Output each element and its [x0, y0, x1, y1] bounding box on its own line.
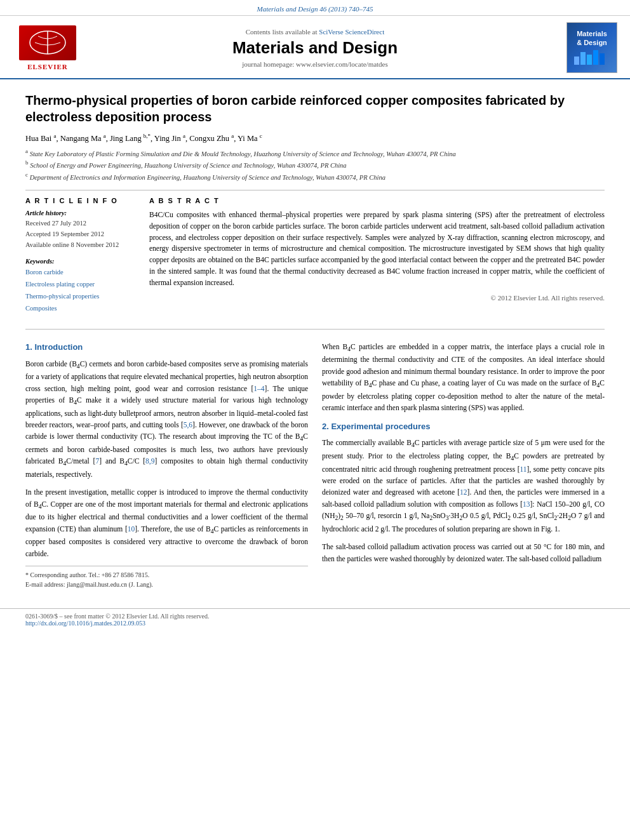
email-footnote: E-mail address: jlang@mail.hust.edu.cn (… [25, 580, 308, 589]
intro-right-para-1: When B4C particles are embedded in a cop… [322, 341, 605, 414]
footnote-area: * Corresponding author. Tel.: +86 27 858… [25, 566, 308, 589]
intro-heading: 1. Introduction [25, 341, 308, 354]
sciverse-line: Contents lists available at SciVerse Sci… [83, 28, 547, 36]
journal-header-right: Materials& Design [547, 22, 617, 73]
affil-a: a State Key Laboratory of Plastic Formin… [25, 147, 605, 159]
elsevier-logo-box [19, 25, 76, 60]
ref-13[interactable]: 13 [523, 500, 530, 508]
keyword-1: Boron carbide [25, 267, 137, 279]
divider-after-affiliations [25, 190, 605, 190]
svg-rect-3 [580, 52, 586, 65]
abstract-column: A B S T R A C T B4C/Cu composites with e… [149, 197, 605, 323]
intro-para-1: Boron carbide (B4C) cermets and boron ca… [25, 358, 308, 481]
article-history-label: Article history: [25, 210, 137, 217]
footer-issn: 0261-3069/$ – see front matter © 2012 El… [25, 613, 605, 620]
journal-title-main: Materials and Design [83, 38, 547, 58]
copyright-line: © 2012 Elsevier Ltd. All rights reserved… [149, 294, 605, 302]
corresponding-footnote: * Corresponding author. Tel.: +86 27 858… [25, 570, 308, 580]
elsevier-logo: ELSEVIER [13, 25, 83, 70]
experimental-para-2: The salt-based colloid palladium activat… [322, 541, 605, 564]
article-info-heading: A R T I C L E I N F O [25, 197, 137, 204]
ref-10[interactable]: 10 [128, 525, 135, 533]
ref-1-4[interactable]: 1–4 [253, 385, 264, 392]
keywords-section: Keywords: Boron carbide Electroless plat… [25, 258, 137, 315]
journal-header: ELSEVIER Contents lists available at Sci… [0, 16, 630, 79]
svg-rect-6 [600, 53, 605, 65]
article-history-section: Article history: Received 27 July 2012 A… [25, 210, 137, 250]
page-wrapper: Materials and Design 46 (2013) 740–745 E… [0, 0, 630, 630]
article-title: Thermo-physical properties of boron carb… [25, 92, 605, 125]
main-content: 1. Introduction Boron carbide (B4C) cerm… [25, 341, 605, 589]
affil-b: b School of Energy and Power Engineering… [25, 159, 605, 170]
affiliations: a State Key Laboratory of Plastic Formin… [25, 147, 605, 182]
svg-rect-2 [574, 57, 579, 65]
main-col-left: 1. Introduction Boron carbide (B4C) cerm… [25, 341, 308, 589]
article-info-column: A R T I C L E I N F O Article history: R… [25, 197, 137, 323]
available-date: Available online 8 November 2012 [25, 240, 137, 251]
ref-7[interactable]: 7 [95, 457, 99, 465]
journal-header-left: ELSEVIER [13, 25, 83, 70]
experimental-para-1: The commercially available B4C particles… [322, 437, 605, 535]
intro-para-2: In the present investigation, metallic c… [25, 486, 308, 559]
journal-top-bar: Materials and Design 46 (2013) 740–745 [0, 0, 630, 16]
main-two-columns: 1. Introduction Boron carbide (B4C) cerm… [25, 341, 605, 589]
divider-after-abstract [25, 329, 605, 330]
keywords-list: Boron carbide Electroless plating copper… [25, 267, 137, 315]
journal-cover: Materials& Design [566, 22, 617, 73]
article-info-abstract-columns: A R T I C L E I N F O Article history: R… [25, 197, 605, 323]
sciverse-link[interactable]: SciVerse ScienceDirect [319, 28, 384, 36]
svg-rect-4 [587, 55, 592, 65]
svg-rect-5 [593, 50, 598, 65]
affil-c: c Department of Electronics and Informat… [25, 171, 605, 182]
abstract-heading: A B S T R A C T [149, 197, 605, 204]
keyword-4: Composites [25, 303, 137, 315]
keywords-label: Keywords: [25, 258, 137, 265]
ref-8-9[interactable]: 8,9 [145, 457, 154, 465]
ref-12[interactable]: 12 [460, 488, 467, 496]
article-body: Thermo-physical properties of boron carb… [0, 79, 630, 608]
journal-header-center: Contents lists available at SciVerse Sci… [83, 28, 547, 68]
received-date: Received 27 July 2012 [25, 218, 137, 229]
page-footer: 0261-3069/$ – see front matter © 2012 El… [0, 608, 630, 630]
journal-ref: Materials and Design 46 (2013) 740–745 [257, 5, 373, 13]
journal-cover-text: Materials& Design [577, 29, 607, 48]
journal-cover-graphic [573, 47, 611, 66]
experimental-heading: 2. Experimental procedures [322, 420, 605, 434]
keyword-2: Electroless plating copper [25, 279, 137, 291]
elsevier-wordmark: ELSEVIER [27, 63, 68, 70]
abstract-text: B4C/Cu composites with enhanced thermal–… [149, 210, 605, 289]
footer-doi[interactable]: http://dx.doi.org/10.1016/j.matdes.2012.… [25, 620, 605, 627]
main-col-right: When B4C particles are embedded in a cop… [322, 341, 605, 589]
journal-homepage: journal homepage: www.elsevier.com/locat… [83, 60, 547, 68]
accepted-date: Accepted 19 September 2012 [25, 229, 137, 240]
keyword-3: Thermo-physical properties [25, 291, 137, 303]
elsevier-tree-icon [25, 29, 70, 57]
authors-line: Hua Bai a, Nangang Ma a, Jing Lang b,*, … [25, 133, 605, 143]
ref-5-6[interactable]: 5,6 [184, 421, 192, 429]
ref-11[interactable]: 11 [520, 465, 527, 473]
